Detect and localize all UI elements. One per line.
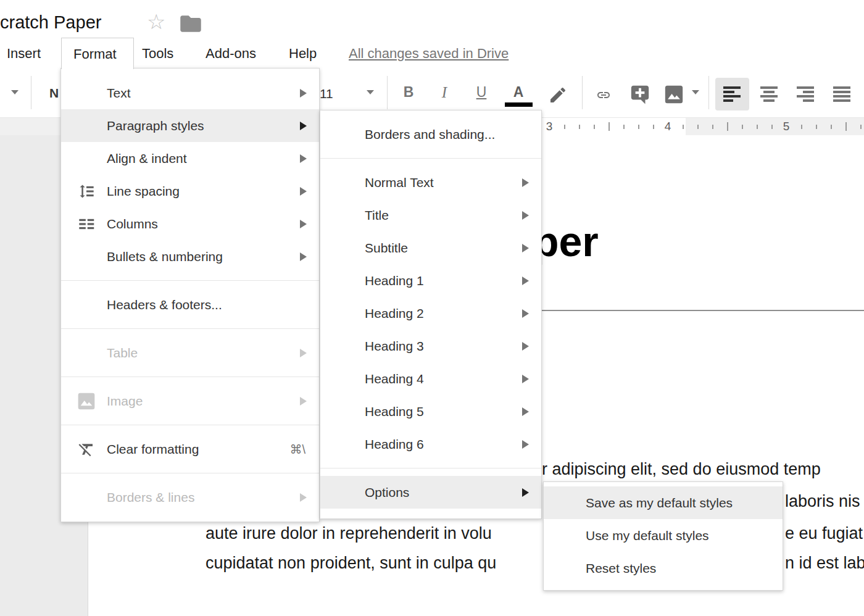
menu-item-options[interactable]: Options [320,476,541,509]
menu-item-table: Table [61,336,319,369]
options-menu: Save as my default stylesUse my default … [543,481,783,591]
menu-divider [61,328,319,329]
submenu-arrow-icon [522,440,529,449]
align-center-button[interactable] [760,86,778,102]
menu-item-paragraph-styles[interactable]: Paragraph styles [61,109,319,142]
menu-item-heading-2[interactable]: Heading 2 [320,297,541,330]
menu-item-label: Borders & lines [107,490,194,505]
menu-item-heading-5[interactable]: Heading 5 [320,395,541,428]
toolbar-divider [708,76,709,109]
underline-button[interactable]: U [472,84,491,101]
menu-item-bullets-numbering[interactable]: Bullets & numbering [61,240,319,273]
ruler-tick [860,125,862,129]
bold-button[interactable]: B [399,84,418,101]
menu-item-heading-6[interactable]: Heading 6 [320,428,541,460]
insert-link-icon[interactable] [591,88,616,102]
image-dropdown-icon[interactable] [692,90,699,94]
menu-item-save-as-my-default-styles[interactable]: Save as my default styles [544,486,783,519]
submenu-arrow-icon [300,122,307,130]
menu-item-heading-4[interactable]: Heading 4 [320,362,541,395]
google-docs-app: { "header": { "doc_title": "cratch Paper… [0,0,864,616]
styles-dropdown[interactable]: N [49,86,59,101]
menu-item-label: Headers & footers... [107,298,222,312]
menu-item-label: Title [365,208,389,223]
text-color-button[interactable]: A [509,84,528,101]
menu-item-label: Image [107,394,143,409]
document-text-line[interactable]: aute irure dolor in reprehenderit in vol… [206,523,492,543]
font-size-dropdown-icon[interactable] [367,90,374,94]
menu-item-title[interactable]: Title [320,199,541,231]
menu-item-label: Use my default styles [586,528,709,543]
menu-addons[interactable]: Add-ons [206,46,256,61]
menu-item-line-spacing[interactable]: Line spacing [61,175,319,207]
star-icon[interactable]: ☆ [147,11,165,32]
document-text-line[interactable]: r adipiscing elit, sed do eiusmod temp [542,459,821,479]
menu-item-label: Subtitle [365,241,408,256]
add-comment-icon[interactable] [629,84,650,105]
toolbar-divider [582,76,583,109]
menu-item-borders-and-shading[interactable]: Borders and shading... [320,118,541,151]
insert-image-icon[interactable] [663,84,684,105]
menubar: Insert Format Tools Add-ons Help All cha… [0,36,864,68]
paragraph-styles-menu: Borders and shading...Normal TextTitleSu… [320,110,542,519]
ruler-tick [712,125,713,129]
menu-item-normal-text[interactable]: Normal Text [320,166,541,199]
menu-item-headers-footers[interactable]: Headers & footers... [61,288,319,321]
document-text-line[interactable]: laboris nis [785,491,860,511]
menu-item-shortcut: ⌘\ [289,442,305,457]
menu-item-reset-styles[interactable]: Reset styles [544,552,783,585]
menu-item-align-indent[interactable]: Align & indent [61,142,319,175]
menu-tools[interactable]: Tools [142,46,173,61]
ruler-number: 3 [546,120,553,133]
menu-insert[interactable]: Insert [7,46,41,61]
header: cratch Paper ☆ [0,0,864,36]
italic-button[interactable]: I [435,84,454,101]
ruler-tick [653,125,654,129]
menu-item-borders-lines: Borders & lines [61,481,319,514]
menu-item-columns[interactable]: Columns [61,207,319,240]
submenu-arrow-icon [522,178,529,187]
submenu-arrow-icon [300,220,307,228]
ruler-tick [742,125,743,129]
document-heading-text[interactable]: per [533,217,599,265]
menu-item-heading-3[interactable]: Heading 3 [320,330,541,362]
menu-item-use-my-default-styles[interactable]: Use my default styles [544,519,783,552]
ruler-tick [564,125,565,129]
toolbar-overflow-icon[interactable] [11,90,19,94]
document-text-line[interactable]: e eu fugiat [785,523,863,543]
menu-item-text[interactable]: Text [61,77,319,109]
submenu-arrow-icon [300,493,307,502]
ruler-tick [757,125,758,129]
menu-divider [61,473,319,473]
submenu-arrow-icon [522,488,529,497]
ruler-number: 4 [665,120,671,133]
document-title[interactable]: cratch Paper [0,12,101,33]
align-left-button[interactable] [723,86,741,102]
status-link[interactable]: All changes saved in Drive [349,46,509,61]
ruler-tick [609,122,610,131]
submenu-arrow-icon [300,154,307,163]
document-text-line[interactable]: cupidatat non proident, sunt in culpa qu [206,553,496,573]
ruler-tick [683,125,684,129]
menu-divider [61,280,319,281]
menu-help[interactable]: Help [289,46,317,61]
align-right-button[interactable] [797,86,814,102]
ruler-tick [801,125,802,129]
menu-item-label: Reset styles [586,561,656,576]
folder-icon[interactable] [180,15,202,33]
submenu-arrow-icon [522,407,529,416]
highlight-color-icon[interactable] [548,85,568,105]
justify-button[interactable] [833,86,850,102]
document-text-line[interactable]: n id est lab [785,553,864,573]
submenu-arrow-icon [522,244,529,252]
font-size-input[interactable]: 11 [320,86,333,101]
menu-format-open[interactable]: Format [61,38,134,69]
menu-item-label: Text [107,86,131,101]
submenu-arrow-icon [300,89,307,98]
menu-item-label: Columns [107,217,158,231]
menu-item-heading-1[interactable]: Heading 1 [320,264,541,297]
ruler-tick [638,125,639,129]
toolbar-divider [31,76,31,109]
menu-item-clear-formatting[interactable]: Clear formatting⌘\ [61,433,319,465]
menu-item-subtitle[interactable]: Subtitle [320,231,541,264]
